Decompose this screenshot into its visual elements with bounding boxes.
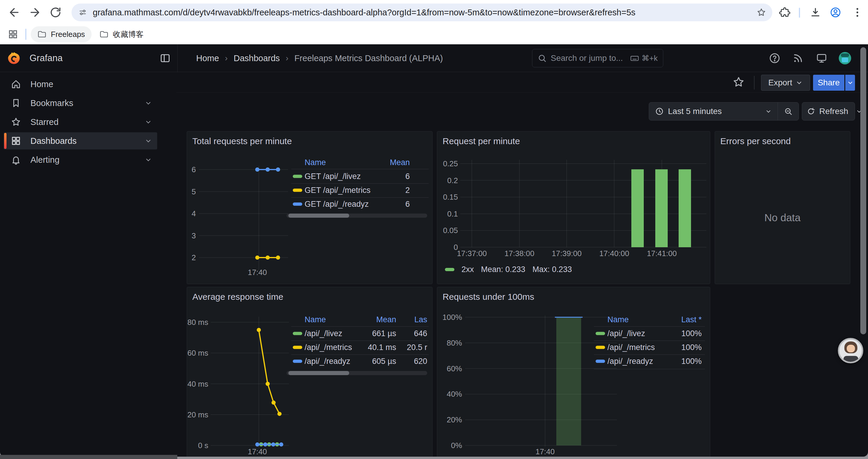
legend-separator	[291, 340, 429, 341]
bookmark-label: Freeleaps	[51, 30, 85, 39]
menu-kebab-icon[interactable]	[851, 6, 863, 18]
legend-series-pill[interactable]	[596, 346, 605, 349]
forward-button[interactable]	[28, 6, 41, 19]
news-rss-icon[interactable]	[792, 52, 804, 64]
chevron-down-icon[interactable]	[145, 119, 152, 126]
svg-text:5: 5	[192, 187, 196, 196]
user-avatar[interactable]	[839, 52, 851, 64]
export-button[interactable]: Export	[761, 75, 810, 91]
zoom-out-time-button[interactable]	[778, 102, 799, 120]
legend-header-col[interactable]: Last *	[681, 315, 702, 324]
share-button[interactable]: Share	[813, 75, 844, 91]
breadcrumb-item[interactable]: Home	[196, 54, 219, 63]
legend-scrollbar-thumb[interactable]	[288, 371, 349, 375]
sidebar-item-home[interactable]: Home	[4, 76, 157, 93]
back-button[interactable]	[8, 6, 21, 19]
favorite-dashboard-star-icon[interactable]	[732, 76, 745, 89]
sidebar-item-alerting[interactable]: Alerting	[4, 151, 157, 168]
legend-series-name[interactable]: 2xx	[462, 265, 474, 274]
legend-header-name[interactable]: Name	[305, 158, 326, 167]
legend-series-name[interactable]: /api/_/metrics	[305, 343, 352, 352]
legend-series-name[interactable]: /api/_/readyz	[608, 357, 653, 366]
legend-series-pill[interactable]	[293, 203, 302, 206]
bookmark-folder-item[interactable]: Freeleaps	[31, 26, 92, 42]
apps-grid-icon[interactable]	[8, 29, 18, 40]
legend-header-name[interactable]: Name	[305, 315, 326, 324]
legend-series-pill[interactable]	[293, 175, 302, 178]
svg-text:0.1: 0.1	[447, 209, 458, 218]
bookmark-folder-item[interactable]: 收藏博客	[93, 26, 150, 42]
floating-assistant-avatar[interactable]	[838, 338, 863, 363]
svg-text:17:39:00: 17:39:00	[552, 249, 582, 258]
legend-separator	[594, 369, 705, 369]
legend-header-col[interactable]: Las	[414, 315, 427, 324]
help-icon[interactable]	[769, 52, 780, 64]
header-divider	[177, 44, 178, 72]
search-input[interactable]: Search or jump to... ⌘+k	[532, 49, 663, 67]
sidebar-item-label: Bookmarks	[30, 98, 73, 108]
legend-series-name[interactable]: /api/_/readyz	[305, 357, 350, 366]
legend-header-name[interactable]: Name	[608, 315, 629, 324]
legend-series-name[interactable]: GET /api/_/readyz	[305, 200, 369, 209]
chevron-down-icon[interactable]	[145, 137, 152, 144]
reload-button[interactable]	[49, 6, 62, 19]
svg-text:60 ms: 60 ms	[187, 349, 208, 357]
bell-icon	[11, 155, 21, 165]
legend-series-name[interactable]: GET /api/_/metrics	[305, 186, 370, 195]
legend-series-name[interactable]: /api/_/metrics	[608, 343, 655, 352]
legend-series-value: 2	[405, 186, 410, 195]
legend-stat: Max: 0.233	[532, 265, 572, 274]
share-dropdown-button[interactable]	[845, 75, 855, 91]
bookmark-icon	[11, 98, 21, 108]
legend-header-col[interactable]: Mean	[376, 315, 396, 324]
legend-series-pill[interactable]	[293, 346, 302, 349]
site-info-icon[interactable]	[79, 8, 87, 17]
panel-title[interactable]: Errors per second	[720, 136, 790, 146]
sidebar-item-bookmarks[interactable]: Bookmarks	[4, 95, 157, 112]
url-input[interactable]	[93, 4, 737, 21]
sidebar-toggle-icon[interactable]	[159, 53, 171, 64]
refresh-icon	[807, 107, 815, 116]
chevron-down-icon[interactable]	[145, 156, 152, 163]
legend-series-pill[interactable]	[596, 332, 605, 335]
legend-series-pill[interactable]	[596, 360, 605, 363]
display-kiosk-icon[interactable]	[816, 52, 828, 64]
svg-text:0.2: 0.2	[447, 176, 458, 185]
sidebar-item-dashboards[interactable]: Dashboards	[4, 132, 157, 150]
legend-series-pill[interactable]	[293, 332, 302, 335]
legend-inline[interactable]: 2xxMean: 0.233Max: 0.233	[445, 265, 572, 274]
chevron-down-icon[interactable]	[145, 100, 152, 107]
legend-series-pill[interactable]	[293, 360, 302, 363]
svg-text:0.05: 0.05	[443, 226, 458, 235]
legend-series-value: 646	[414, 329, 427, 338]
bookmark-star-icon[interactable]	[756, 7, 766, 18]
svg-text:17:38:00: 17:38:00	[504, 249, 534, 258]
legend-series-name[interactable]: /api/_/livez	[608, 329, 645, 338]
legend-series-name[interactable]: /api/_/livez	[305, 329, 342, 338]
breadcrumb-item[interactable]: Dashboards	[234, 54, 280, 63]
svg-text:0.25: 0.25	[443, 159, 458, 168]
legend-header-col[interactable]: Mean	[390, 158, 410, 167]
svg-text:4: 4	[192, 209, 196, 218]
svg-text:0 s: 0 s	[198, 441, 208, 450]
time-range-picker[interactable]: Last 5 minutes	[649, 102, 778, 120]
legend-separator	[291, 169, 429, 169]
vertical-scrollbar[interactable]	[860, 47, 866, 334]
extensions-icon[interactable]	[779, 6, 790, 18]
svg-text:17:41:00: 17:41:00	[647, 249, 677, 258]
downloads-icon[interactable]	[809, 6, 821, 18]
legend-series-pill[interactable]	[293, 189, 302, 192]
window-bottom-edge	[0, 455, 177, 459]
browser-toolbar: Freeleaps收藏博客	[0, 0, 868, 44]
sidebar-item-starred[interactable]: Starred	[4, 113, 157, 131]
legend-series-value: 661 µs	[372, 329, 396, 338]
sidebar-item-label: Starred	[30, 117, 59, 127]
omnibox[interactable]	[71, 4, 772, 21]
refresh-button[interactable]: Refresh	[802, 102, 853, 120]
legend-scrollbar-thumb[interactable]	[288, 214, 349, 218]
legend-series-name[interactable]: GET /api/_/livez	[305, 172, 361, 181]
grafana-logo-icon[interactable]	[7, 52, 21, 65]
sidebar-nav: HomeBookmarksStarredDashboardsAlerting	[0, 72, 176, 457]
profile-icon[interactable]	[830, 6, 841, 18]
avatar-decoration	[841, 54, 849, 57]
